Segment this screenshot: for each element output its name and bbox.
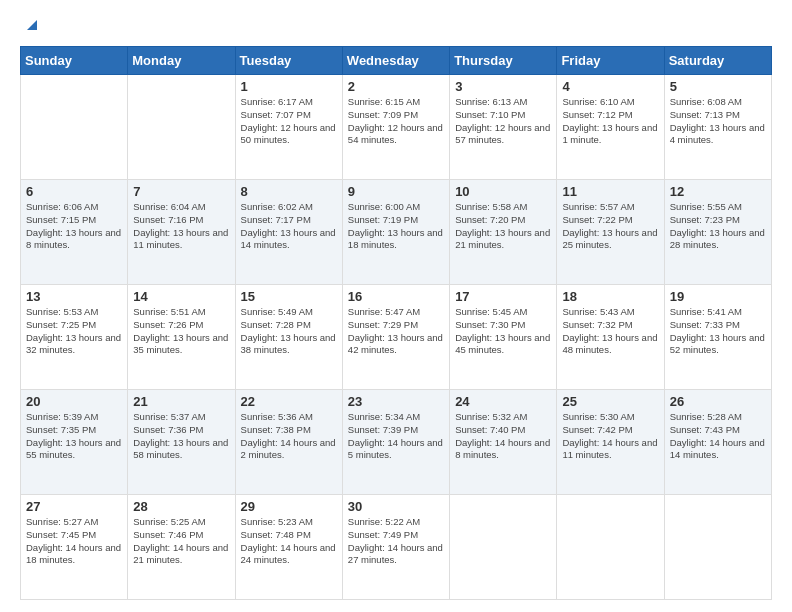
calendar-cell bbox=[21, 75, 128, 180]
day-number: 25 bbox=[562, 394, 658, 409]
weekday-header-row: SundayMondayTuesdayWednesdayThursdayFrid… bbox=[21, 47, 772, 75]
day-number: 28 bbox=[133, 499, 229, 514]
calendar-cell: 24Sunrise: 5:32 AM Sunset: 7:40 PM Dayli… bbox=[450, 390, 557, 495]
day-info: Sunrise: 5:41 AM Sunset: 7:33 PM Dayligh… bbox=[670, 306, 766, 357]
day-info: Sunrise: 5:23 AM Sunset: 7:48 PM Dayligh… bbox=[241, 516, 337, 567]
calendar-cell: 26Sunrise: 5:28 AM Sunset: 7:43 PM Dayli… bbox=[664, 390, 771, 495]
day-number: 16 bbox=[348, 289, 444, 304]
day-number: 12 bbox=[670, 184, 766, 199]
day-info: Sunrise: 5:43 AM Sunset: 7:32 PM Dayligh… bbox=[562, 306, 658, 357]
day-number: 17 bbox=[455, 289, 551, 304]
day-info: Sunrise: 6:13 AM Sunset: 7:10 PM Dayligh… bbox=[455, 96, 551, 147]
day-number: 6 bbox=[26, 184, 122, 199]
day-info: Sunrise: 5:57 AM Sunset: 7:22 PM Dayligh… bbox=[562, 201, 658, 252]
calendar-cell bbox=[557, 495, 664, 600]
weekday-header-friday: Friday bbox=[557, 47, 664, 75]
day-number: 8 bbox=[241, 184, 337, 199]
day-number: 26 bbox=[670, 394, 766, 409]
weekday-header-thursday: Thursday bbox=[450, 47, 557, 75]
calendar-week-1: 1Sunrise: 6:17 AM Sunset: 7:07 PM Daylig… bbox=[21, 75, 772, 180]
day-number: 5 bbox=[670, 79, 766, 94]
calendar-cell bbox=[664, 495, 771, 600]
day-info: Sunrise: 5:39 AM Sunset: 7:35 PM Dayligh… bbox=[26, 411, 122, 462]
day-info: Sunrise: 6:17 AM Sunset: 7:07 PM Dayligh… bbox=[241, 96, 337, 147]
day-number: 21 bbox=[133, 394, 229, 409]
day-number: 23 bbox=[348, 394, 444, 409]
calendar-week-3: 13Sunrise: 5:53 AM Sunset: 7:25 PM Dayli… bbox=[21, 285, 772, 390]
day-info: Sunrise: 5:27 AM Sunset: 7:45 PM Dayligh… bbox=[26, 516, 122, 567]
calendar-cell: 14Sunrise: 5:51 AM Sunset: 7:26 PM Dayli… bbox=[128, 285, 235, 390]
weekday-header-wednesday: Wednesday bbox=[342, 47, 449, 75]
calendar-cell bbox=[128, 75, 235, 180]
calendar-cell: 20Sunrise: 5:39 AM Sunset: 7:35 PM Dayli… bbox=[21, 390, 128, 495]
logo bbox=[20, 16, 39, 36]
calendar-week-4: 20Sunrise: 5:39 AM Sunset: 7:35 PM Dayli… bbox=[21, 390, 772, 495]
calendar-cell: 6Sunrise: 6:06 AM Sunset: 7:15 PM Daylig… bbox=[21, 180, 128, 285]
day-info: Sunrise: 5:25 AM Sunset: 7:46 PM Dayligh… bbox=[133, 516, 229, 567]
day-info: Sunrise: 5:45 AM Sunset: 7:30 PM Dayligh… bbox=[455, 306, 551, 357]
calendar-cell: 4Sunrise: 6:10 AM Sunset: 7:12 PM Daylig… bbox=[557, 75, 664, 180]
calendar-cell: 5Sunrise: 6:08 AM Sunset: 7:13 PM Daylig… bbox=[664, 75, 771, 180]
day-number: 29 bbox=[241, 499, 337, 514]
calendar-cell: 13Sunrise: 5:53 AM Sunset: 7:25 PM Dayli… bbox=[21, 285, 128, 390]
calendar-cell: 30Sunrise: 5:22 AM Sunset: 7:49 PM Dayli… bbox=[342, 495, 449, 600]
day-number: 22 bbox=[241, 394, 337, 409]
calendar-cell: 23Sunrise: 5:34 AM Sunset: 7:39 PM Dayli… bbox=[342, 390, 449, 495]
day-number: 3 bbox=[455, 79, 551, 94]
calendar-cell: 28Sunrise: 5:25 AM Sunset: 7:46 PM Dayli… bbox=[128, 495, 235, 600]
calendar-cell: 16Sunrise: 5:47 AM Sunset: 7:29 PM Dayli… bbox=[342, 285, 449, 390]
day-number: 1 bbox=[241, 79, 337, 94]
calendar-cell: 10Sunrise: 5:58 AM Sunset: 7:20 PM Dayli… bbox=[450, 180, 557, 285]
day-number: 27 bbox=[26, 499, 122, 514]
calendar-week-2: 6Sunrise: 6:06 AM Sunset: 7:15 PM Daylig… bbox=[21, 180, 772, 285]
day-info: Sunrise: 5:51 AM Sunset: 7:26 PM Dayligh… bbox=[133, 306, 229, 357]
day-info: Sunrise: 5:53 AM Sunset: 7:25 PM Dayligh… bbox=[26, 306, 122, 357]
calendar-cell: 21Sunrise: 5:37 AM Sunset: 7:36 PM Dayli… bbox=[128, 390, 235, 495]
calendar-cell: 1Sunrise: 6:17 AM Sunset: 7:07 PM Daylig… bbox=[235, 75, 342, 180]
weekday-header-sunday: Sunday bbox=[21, 47, 128, 75]
day-info: Sunrise: 6:08 AM Sunset: 7:13 PM Dayligh… bbox=[670, 96, 766, 147]
day-info: Sunrise: 6:00 AM Sunset: 7:19 PM Dayligh… bbox=[348, 201, 444, 252]
day-number: 10 bbox=[455, 184, 551, 199]
header bbox=[20, 16, 772, 36]
day-number: 14 bbox=[133, 289, 229, 304]
day-info: Sunrise: 6:15 AM Sunset: 7:09 PM Dayligh… bbox=[348, 96, 444, 147]
calendar-cell: 27Sunrise: 5:27 AM Sunset: 7:45 PM Dayli… bbox=[21, 495, 128, 600]
day-info: Sunrise: 5:47 AM Sunset: 7:29 PM Dayligh… bbox=[348, 306, 444, 357]
calendar-cell: 25Sunrise: 5:30 AM Sunset: 7:42 PM Dayli… bbox=[557, 390, 664, 495]
day-info: Sunrise: 6:10 AM Sunset: 7:12 PM Dayligh… bbox=[562, 96, 658, 147]
page: SundayMondayTuesdayWednesdayThursdayFrid… bbox=[0, 0, 792, 612]
day-number: 11 bbox=[562, 184, 658, 199]
calendar-cell: 11Sunrise: 5:57 AM Sunset: 7:22 PM Dayli… bbox=[557, 180, 664, 285]
day-number: 15 bbox=[241, 289, 337, 304]
calendar-cell: 2Sunrise: 6:15 AM Sunset: 7:09 PM Daylig… bbox=[342, 75, 449, 180]
day-info: Sunrise: 6:04 AM Sunset: 7:16 PM Dayligh… bbox=[133, 201, 229, 252]
calendar-week-5: 27Sunrise: 5:27 AM Sunset: 7:45 PM Dayli… bbox=[21, 495, 772, 600]
day-number: 7 bbox=[133, 184, 229, 199]
calendar-cell: 8Sunrise: 6:02 AM Sunset: 7:17 PM Daylig… bbox=[235, 180, 342, 285]
calendar-cell: 22Sunrise: 5:36 AM Sunset: 7:38 PM Dayli… bbox=[235, 390, 342, 495]
day-info: Sunrise: 5:58 AM Sunset: 7:20 PM Dayligh… bbox=[455, 201, 551, 252]
calendar-cell: 3Sunrise: 6:13 AM Sunset: 7:10 PM Daylig… bbox=[450, 75, 557, 180]
day-info: Sunrise: 5:49 AM Sunset: 7:28 PM Dayligh… bbox=[241, 306, 337, 357]
day-number: 13 bbox=[26, 289, 122, 304]
day-number: 4 bbox=[562, 79, 658, 94]
day-number: 19 bbox=[670, 289, 766, 304]
calendar-cell: 15Sunrise: 5:49 AM Sunset: 7:28 PM Dayli… bbox=[235, 285, 342, 390]
calendar-cell: 18Sunrise: 5:43 AM Sunset: 7:32 PM Dayli… bbox=[557, 285, 664, 390]
day-info: Sunrise: 5:36 AM Sunset: 7:38 PM Dayligh… bbox=[241, 411, 337, 462]
weekday-header-saturday: Saturday bbox=[664, 47, 771, 75]
day-info: Sunrise: 5:34 AM Sunset: 7:39 PM Dayligh… bbox=[348, 411, 444, 462]
day-number: 24 bbox=[455, 394, 551, 409]
day-number: 20 bbox=[26, 394, 122, 409]
weekday-header-tuesday: Tuesday bbox=[235, 47, 342, 75]
day-number: 2 bbox=[348, 79, 444, 94]
calendar-cell: 12Sunrise: 5:55 AM Sunset: 7:23 PM Dayli… bbox=[664, 180, 771, 285]
day-number: 9 bbox=[348, 184, 444, 199]
svg-marker-0 bbox=[27, 20, 37, 30]
day-info: Sunrise: 5:55 AM Sunset: 7:23 PM Dayligh… bbox=[670, 201, 766, 252]
logo-triangle-icon bbox=[23, 16, 39, 32]
day-info: Sunrise: 5:30 AM Sunset: 7:42 PM Dayligh… bbox=[562, 411, 658, 462]
day-info: Sunrise: 6:02 AM Sunset: 7:17 PM Dayligh… bbox=[241, 201, 337, 252]
calendar-cell bbox=[450, 495, 557, 600]
